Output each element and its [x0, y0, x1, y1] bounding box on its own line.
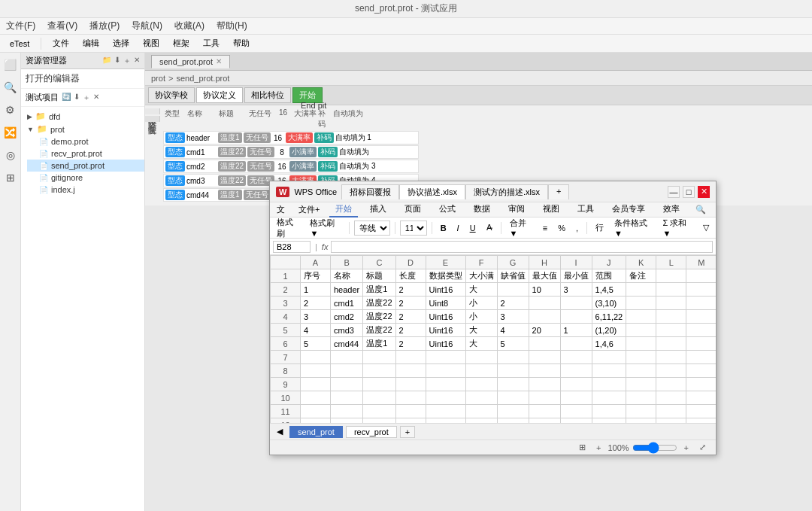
proto-label-fuxie2[interactable]: 复合学院: [145, 116, 160, 122]
cell-h4[interactable]: [529, 310, 560, 324]
cell-d2[interactable]: 2: [395, 283, 426, 297]
wps-menu-data[interactable]: 数据: [468, 202, 496, 217]
cell-i5[interactable]: 1: [560, 324, 592, 337]
toolbar-view[interactable]: 视图: [139, 36, 163, 50]
wps-menu-formula[interactable]: 公式: [433, 202, 462, 217]
col-header-g[interactable]: G: [497, 256, 529, 269]
cell-j3[interactable]: (3,10): [592, 297, 626, 310]
wps-menu-view[interactable]: 视图: [537, 202, 565, 217]
tree-item-dfd[interactable]: ▶ 📁 dfd: [21, 110, 144, 123]
cell-j5[interactable]: (1,20): [592, 324, 626, 337]
tree-file-recv[interactable]: 📄 recv_prot.prot: [27, 148, 144, 160]
cell-m1[interactable]: [686, 269, 716, 283]
tb-format-paint[interactable]: 格式刷: [273, 215, 303, 241]
cell-j6[interactable]: 1,4,6: [592, 337, 626, 351]
cell-j2[interactable]: 1,4,5: [592, 283, 626, 297]
col-header-l[interactable]: L: [656, 256, 686, 269]
cell-b1[interactable]: 名称: [331, 269, 363, 283]
content-tab-close[interactable]: ✕: [216, 57, 222, 65]
cell-b2[interactable]: header: [331, 283, 363, 297]
tb-strikethrough[interactable]: A̶: [483, 221, 496, 234]
cell-e6[interactable]: Uint16: [426, 337, 465, 351]
wps-menu-review[interactable]: 审阅: [502, 202, 531, 217]
zoom-slider[interactable]: [632, 442, 677, 454]
toolbar-file[interactable]: 文件: [49, 36, 73, 50]
icon-bar-item-6[interactable]: ⊞: [2, 169, 20, 187]
cell-f2[interactable]: 大: [465, 283, 497, 297]
cell-e3[interactable]: Uint8: [426, 297, 465, 310]
col-header-e[interactable]: E: [426, 256, 465, 269]
menu-play[interactable]: 播放(P): [89, 20, 120, 32]
toolbar-helpbtn[interactable]: 帮助: [229, 36, 253, 50]
cell-k3[interactable]: [626, 297, 656, 310]
cell-k1[interactable]: 备注: [626, 269, 656, 283]
breadcrumb-file[interactable]: send_prot.prot: [176, 74, 229, 83]
wps-tab-0[interactable]: 招标回覆报: [341, 184, 399, 199]
wps-close-button[interactable]: ✕: [698, 186, 710, 198]
sidebar-icon-1[interactable]: 📁: [102, 56, 111, 66]
proto-label-fuxie[interactable]: 协议学院: [145, 108, 160, 114]
wps-menu-tool[interactable]: 工具: [571, 202, 600, 217]
cell-h5[interactable]: 20: [529, 324, 560, 337]
cell-a5[interactable]: 4: [301, 324, 331, 337]
tb-percent[interactable]: %: [554, 222, 569, 234]
col-header-h[interactable]: H: [529, 256, 560, 269]
cell-e5[interactable]: Uint16: [426, 324, 465, 337]
tb-font-select[interactable]: 格式刷▼: [306, 216, 344, 239]
wps-minimize-button[interactable]: —: [668, 186, 680, 198]
sheet-scroll-area[interactable]: A B C D E F G H I J K L: [270, 255, 716, 423]
cell-b4[interactable]: cmd2: [331, 310, 363, 324]
cell-a2[interactable]: 1: [301, 283, 331, 297]
test-icon-4[interactable]: ✕: [93, 93, 99, 103]
cell-c6[interactable]: 温度1: [363, 337, 395, 351]
cell-a3[interactable]: 2: [301, 297, 331, 310]
cell-i6[interactable]: [560, 337, 592, 351]
menu-fav[interactable]: 收藏(A): [174, 20, 205, 32]
zoom-icon-1[interactable]: ⊞: [575, 441, 589, 454]
cell-f1[interactable]: 大小满: [465, 269, 497, 283]
tb-row[interactable]: 行: [592, 221, 607, 235]
wps-menu-efficiency[interactable]: 效率: [657, 202, 686, 217]
cell-i3[interactable]: [560, 297, 592, 310]
cell-a4[interactable]: 3: [301, 310, 331, 324]
zoom-plus[interactable]: +: [680, 442, 692, 454]
col-header-c[interactable]: C: [363, 256, 395, 269]
cell-g2[interactable]: [497, 283, 529, 297]
test-icon-3[interactable]: ＋: [83, 93, 90, 103]
cell-l1[interactable]: [656, 269, 686, 283]
menu-help[interactable]: 帮助(H): [217, 20, 247, 32]
cell-k6[interactable]: [626, 337, 656, 351]
tb-bold[interactable]: B: [437, 222, 450, 234]
wps-menu-page[interactable]: 页面: [398, 202, 427, 217]
cell-k4[interactable]: [626, 310, 656, 324]
cell-m2[interactable]: [686, 283, 716, 297]
sheet-tab-recv-prot[interactable]: recv_prot: [346, 426, 397, 438]
cell-h2[interactable]: 10: [529, 283, 560, 297]
cell-c4[interactable]: 温度22: [363, 310, 395, 324]
sidebar-icon-2[interactable]: ⬇: [114, 56, 120, 66]
tree-file-send[interactable]: 📄 send_prot.prot: [27, 160, 144, 172]
cell-b6[interactable]: cmd44: [331, 337, 363, 351]
proto-tab-dingyi[interactable]: 协议定义: [196, 87, 243, 103]
sheet-nav-left[interactable]: ◀: [273, 425, 286, 438]
wps-tab-1[interactable]: 协议描述.xlsx: [399, 184, 465, 199]
fullscreen-icon[interactable]: ⤢: [695, 441, 710, 454]
test-icon-2[interactable]: ⬇: [74, 93, 80, 103]
icon-bar-item-3[interactable]: ⚙: [2, 101, 20, 119]
cell-a1[interactable]: 序号: [301, 269, 331, 283]
cell-c3[interactable]: 温度22: [363, 297, 395, 310]
tree-file-demo[interactable]: 📄 demo.prot: [27, 135, 144, 148]
icon-bar-item-2[interactable]: 🔍: [2, 78, 20, 96]
breadcrumb-prot[interactable]: prot: [151, 74, 165, 83]
wps-tab-2[interactable]: 测试方的描述.xlsx: [465, 184, 548, 199]
col-header-b[interactable]: B: [331, 256, 363, 269]
cell-d6[interactable]: 2: [395, 337, 426, 351]
menu-nav[interactable]: 导航(N): [132, 20, 162, 32]
tb-comma[interactable]: ,: [572, 222, 582, 234]
cell-i4[interactable]: [560, 310, 592, 324]
cell-h6[interactable]: [529, 337, 560, 351]
proto-tab-tewei[interactable]: 相比特位: [244, 87, 291, 103]
font-family-select[interactable]: 等线: [354, 221, 390, 236]
cell-d5[interactable]: 2: [395, 324, 426, 337]
wps-menu-start[interactable]: 开始: [329, 202, 358, 217]
